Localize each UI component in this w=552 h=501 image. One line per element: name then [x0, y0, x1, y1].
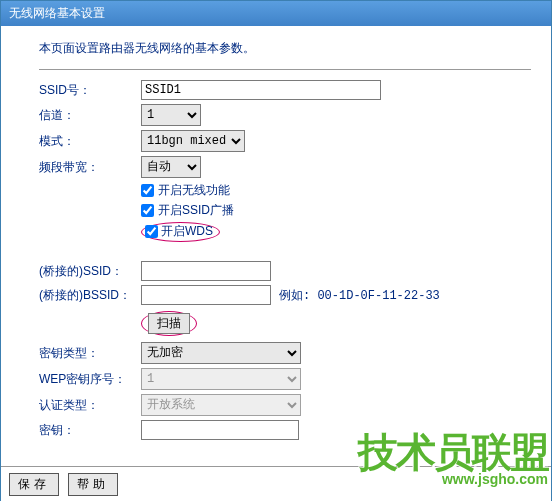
bridge-ssid-label: (桥接的)SSID：	[39, 263, 141, 280]
help-button[interactable]: 帮助	[68, 473, 118, 496]
channel-label: 信道：	[39, 107, 141, 124]
bridge-bssid-input[interactable]	[141, 285, 271, 305]
row-enable-wifi: 开启无线功能	[141, 182, 531, 199]
wep-index-select: 1	[141, 368, 301, 390]
mode-select[interactable]: 11bgn mixed	[141, 130, 245, 152]
scan-button[interactable]: 扫描	[148, 313, 190, 334]
scan-highlight-ellipse: 扫描	[141, 311, 197, 336]
settings-panel: 无线网络基本设置 本页面设置路由器无线网络的基本参数。 SSID号： 信道： 1…	[0, 0, 552, 501]
enable-wds-checkbox[interactable]	[145, 225, 158, 238]
panel-content: 本页面设置路由器无线网络的基本参数。 SSID号： 信道： 1 模式： 11bg…	[1, 26, 551, 452]
ssid-label: SSID号：	[39, 82, 141, 99]
row-auth-type: 认证类型： 开放系统	[39, 394, 531, 416]
intro-text: 本页面设置路由器无线网络的基本参数。	[39, 40, 531, 57]
enable-wds-label: 开启WDS	[161, 223, 213, 240]
key-type-label: 密钥类型：	[39, 345, 141, 362]
bssid-hint: 例如: 00-1D-0F-11-22-33	[279, 287, 440, 304]
row-mode: 模式： 11bgn mixed	[39, 130, 531, 152]
mode-label: 模式：	[39, 133, 141, 150]
enable-ssid-bcast-checkbox[interactable]	[141, 204, 154, 217]
bridge-bssid-label: (桥接的)BSSID：	[39, 287, 141, 304]
footer-bar: 保存 帮助	[1, 466, 551, 501]
wep-index-label: WEP密钥序号：	[39, 371, 141, 388]
bridge-ssid-input[interactable]	[141, 261, 271, 281]
auth-type-label: 认证类型：	[39, 397, 141, 414]
row-bridge-ssid: (桥接的)SSID：	[39, 261, 531, 281]
enable-ssid-bcast-label: 开启SSID广播	[158, 202, 234, 219]
auth-type-select: 开放系统	[141, 394, 301, 416]
row-scan: 扫描	[141, 311, 531, 336]
wds-highlight-ellipse: 开启WDS	[141, 222, 220, 242]
row-key-type: 密钥类型： 无加密	[39, 342, 531, 364]
row-enable-wds: 开启WDS	[141, 222, 531, 242]
enable-wifi-label: 开启无线功能	[158, 182, 230, 199]
key-label: 密钥：	[39, 422, 141, 439]
panel-title: 无线网络基本设置	[1, 1, 551, 26]
row-channel: 信道： 1	[39, 104, 531, 126]
save-button[interactable]: 保存	[9, 473, 59, 496]
divider-1	[39, 69, 531, 70]
channel-select[interactable]: 1	[141, 104, 201, 126]
row-bridge-bssid: (桥接的)BSSID： 例如: 00-1D-0F-11-22-33	[39, 285, 531, 305]
enable-wifi-checkbox[interactable]	[141, 184, 154, 197]
row-enable-ssid-bcast: 开启SSID广播	[141, 202, 531, 219]
ssid-input[interactable]	[141, 80, 381, 100]
row-wep-index: WEP密钥序号： 1	[39, 368, 531, 390]
row-ssid: SSID号：	[39, 80, 531, 100]
bandwidth-label: 频段带宽：	[39, 159, 141, 176]
key-type-select[interactable]: 无加密	[141, 342, 301, 364]
row-key: 密钥：	[39, 420, 531, 440]
key-input[interactable]	[141, 420, 299, 440]
bandwidth-select[interactable]: 自动	[141, 156, 201, 178]
row-bandwidth: 频段带宽： 自动	[39, 156, 531, 178]
